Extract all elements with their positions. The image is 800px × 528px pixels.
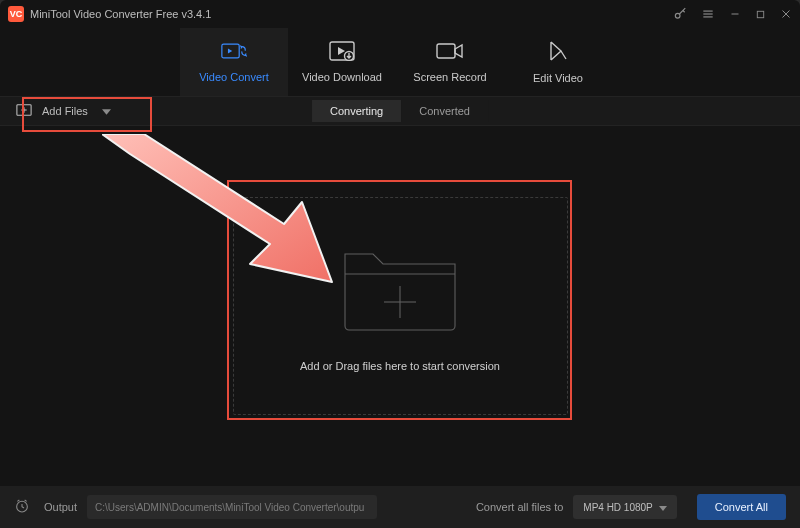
add-file-icon bbox=[16, 103, 32, 119]
svg-marker-23 bbox=[659, 506, 667, 511]
tab-video-convert[interactable]: Video Convert bbox=[180, 28, 288, 96]
output-format-select[interactable]: MP4 HD 1080P bbox=[573, 495, 676, 519]
output-path-text: C:\Users\ADMIN\Documents\MiniTool Video … bbox=[95, 502, 364, 513]
titlebar: VC MiniTool Video Converter Free v3.4.1 bbox=[0, 0, 800, 28]
nav-label: Video Download bbox=[302, 71, 382, 83]
svg-rect-13 bbox=[437, 44, 455, 58]
convert-all-button[interactable]: Convert All bbox=[697, 494, 786, 520]
svg-rect-5 bbox=[757, 11, 763, 17]
subtab-converting[interactable]: Converting bbox=[312, 100, 401, 122]
close-button[interactable] bbox=[780, 8, 792, 20]
bottom-bar: Output C:\Users\ADMIN\Documents\MiniTool… bbox=[0, 486, 800, 528]
output-label: Output bbox=[44, 501, 77, 513]
svg-marker-11 bbox=[338, 47, 345, 55]
svg-marker-9 bbox=[228, 48, 232, 53]
key-icon[interactable] bbox=[673, 7, 687, 21]
convert-all-to-label: Convert all files to bbox=[476, 501, 563, 513]
app-window: VC MiniTool Video Converter Free v3.4.1 bbox=[0, 0, 800, 528]
nav-label: Screen Record bbox=[413, 71, 486, 83]
tab-edit-video[interactable]: Edit Video bbox=[504, 28, 612, 96]
minimize-button[interactable] bbox=[729, 8, 741, 20]
add-files-label: Add Files bbox=[42, 105, 88, 117]
clock-icon[interactable] bbox=[14, 498, 30, 516]
window-title: MiniTool Video Converter Free v3.4.1 bbox=[30, 8, 211, 20]
subtab-converted[interactable]: Converted bbox=[401, 100, 488, 122]
svg-marker-17 bbox=[102, 109, 111, 114]
maximize-button[interactable] bbox=[755, 9, 766, 20]
conversion-subtabs: Converting Converted bbox=[312, 100, 488, 122]
window-controls bbox=[673, 7, 792, 21]
nav-label: Video Convert bbox=[199, 71, 269, 83]
svg-point-0 bbox=[675, 13, 680, 18]
tab-screen-record[interactable]: Screen Record bbox=[396, 28, 504, 96]
folder-plus-icon bbox=[341, 240, 459, 336]
primary-nav: Video Convert Video Download Screen Reco… bbox=[0, 28, 800, 96]
tab-video-download[interactable]: Video Download bbox=[288, 28, 396, 96]
nav-label: Edit Video bbox=[533, 72, 583, 84]
add-files-button[interactable]: Add Files bbox=[0, 96, 127, 126]
app-logo-icon: VC bbox=[8, 6, 24, 22]
convert-icon bbox=[221, 41, 247, 63]
output-path-field[interactable]: C:\Users\ADMIN\Documents\MiniTool Video … bbox=[87, 495, 377, 519]
drop-hint-text: Add or Drag files here to start conversi… bbox=[300, 360, 500, 372]
record-icon bbox=[436, 41, 464, 63]
drop-zone[interactable]: Add or Drag files here to start conversi… bbox=[233, 197, 568, 415]
chevron-down-icon bbox=[659, 502, 667, 513]
chevron-down-icon bbox=[102, 105, 111, 117]
menu-icon[interactable] bbox=[701, 7, 715, 21]
edit-icon bbox=[547, 40, 569, 64]
download-icon bbox=[329, 41, 355, 63]
format-selected-text: MP4 HD 1080P bbox=[583, 502, 652, 513]
sub-toolbar: Add Files Converting Converted bbox=[0, 96, 800, 126]
main-area: Add or Drag files here to start conversi… bbox=[0, 126, 800, 486]
